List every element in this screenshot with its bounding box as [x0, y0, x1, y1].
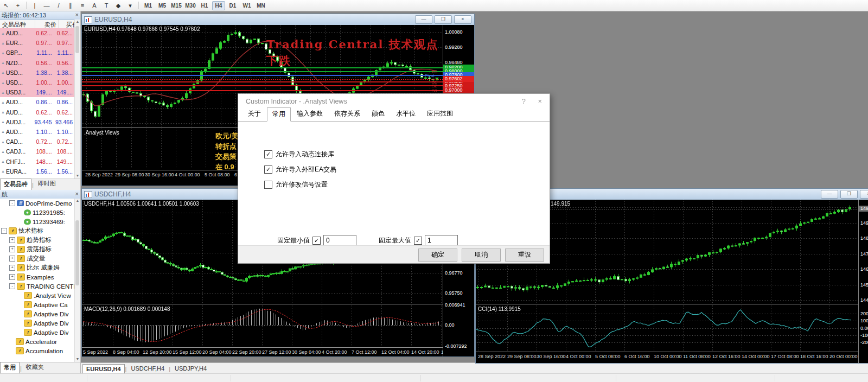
dialog-tab-1[interactable]: 常用 [267, 107, 291, 122]
text-label-icon[interactable]: T [100, 1, 112, 10]
tree-item[interactable]: -fTRADING CENTI [0, 282, 75, 291]
tree-item[interactable]: -≣DooPrime-Demo [0, 199, 75, 208]
checkbox-checked-icon[interactable]: ✓ [264, 165, 272, 174]
shapes-icon[interactable]: ◆ [112, 1, 124, 10]
expand-icon[interactable]: + [9, 237, 15, 243]
tree-item[interactable]: -f技术指标 [0, 226, 75, 235]
pane-divider[interactable] [82, 304, 474, 304]
expand-icon[interactable]: + [9, 265, 15, 271]
tree-item[interactable]: fAdaptive Ca [0, 300, 75, 309]
market-watch-row[interactable]: ▲CHFJ...148....149.... [0, 156, 75, 166]
horizontal-line-icon[interactable]: — [41, 1, 53, 10]
vertical-line-icon[interactable]: | [29, 1, 41, 10]
usdjpy-price-scale[interactable]: 150.000149.000148.000147.000146.000145.0… [858, 200, 868, 363]
expand-icon[interactable]: + [9, 246, 15, 252]
tree-item[interactable]: ●112393469: [0, 217, 75, 226]
market-watch-row[interactable]: ▲EUR...0.97...0.97... [0, 38, 75, 48]
tree-item[interactable]: +f比尔 威廉姆 [0, 263, 75, 272]
scrollbar-thumb[interactable] [75, 220, 79, 285]
tree-item[interactable]: +f成交量 [0, 254, 75, 263]
tree-item[interactable]: fAdaptive Div [0, 328, 75, 337]
tree-item[interactable]: +f趋势指标 [0, 235, 75, 245]
timeframe-w1[interactable]: W1 [240, 1, 253, 10]
expand-icon[interactable]: + [9, 274, 15, 280]
dialog-tab-0[interactable]: 关于 [242, 107, 266, 121]
market-watch-row[interactable]: ▲USDJ...149....149.... [0, 87, 75, 97]
scroll-up-icon[interactable]: ▲ [75, 20, 80, 24]
pane-divider[interactable] [476, 304, 868, 304]
tree-item[interactable]: fAdaptive Div [0, 319, 75, 328]
minimize-icon[interactable]: — [821, 190, 838, 199]
column-symbol[interactable]: 交易品种 [0, 20, 35, 29]
crosshair-icon[interactable]: + [12, 1, 24, 10]
custom-indicator-dialog[interactable]: Custom Indicator - .Analyst Views ? × 关于… [238, 93, 550, 264]
market-watch-row[interactable]: ▲CAD...0.72...0.72... [0, 137, 75, 147]
scrollbar-thumb[interactable] [75, 26, 79, 53]
market-watch-tab-0[interactable]: 交易品种 [0, 179, 31, 190]
navigator-scrollbar[interactable]: ▲ ▼ [74, 199, 80, 362]
fixed-maximum-input[interactable] [425, 235, 458, 246]
timeframe-m1[interactable]: M1 [142, 1, 155, 10]
reset-button[interactable]: 重设 [505, 249, 544, 262]
close-icon[interactable]: × [538, 97, 542, 105]
timeframe-d1[interactable]: D1 [226, 1, 239, 10]
collapse-icon[interactable]: - [9, 283, 15, 289]
restore-icon[interactable]: ❐ [435, 15, 452, 24]
market-watch-row[interactable]: ▲NZD...0.56...0.56... [0, 58, 75, 68]
market-watch-row[interactable]: ▲GBP...1.11...1.11... [0, 48, 75, 58]
minimize-icon[interactable]: — [415, 15, 432, 24]
market-watch-titlebar[interactable]: 场报价: 06:42:13 × [0, 11, 80, 20]
timeframe-m15[interactable]: M15 [170, 1, 183, 10]
tree-item[interactable]: +fExamples [0, 272, 75, 282]
tree-item[interactable]: fAccelerator [0, 337, 75, 346]
usdjpy-time-axis[interactable]: 28 Sep 202229 Sep 08:0030 Sep 16:004 Oct… [476, 352, 858, 361]
fixed-minimum-input[interactable] [323, 235, 356, 246]
trendline-icon[interactable]: / [53, 1, 65, 10]
dialog-tab-3[interactable]: 依存关系 [329, 107, 366, 121]
timeframe-h1[interactable]: H1 [198, 1, 211, 10]
scroll-down-icon[interactable]: ▼ [75, 357, 80, 362]
close-icon[interactable]: × [75, 190, 79, 198]
close-icon[interactable]: × [75, 11, 79, 19]
tree-item[interactable]: ●112391985: [0, 208, 75, 217]
market-watch-row[interactable]: ▲USD...1.38...1.38... [0, 68, 75, 78]
timeframe-m30[interactable]: M30 [184, 1, 197, 10]
timeframe-mn[interactable]: MN [254, 1, 267, 10]
collapse-icon[interactable]: - [9, 200, 15, 206]
dialog-tab-4[interactable]: 颜色 [366, 107, 390, 121]
navigator-tab-0[interactable]: 常用 [0, 362, 20, 373]
navigator-tab-1[interactable]: 收藏夹 [22, 361, 48, 373]
restore-icon[interactable]: ❐ [840, 190, 858, 199]
chart-tab-eurusd-h4[interactable]: EURUSD,H4 [82, 364, 125, 374]
column-bid[interactable]: 卖价 [35, 20, 59, 29]
ok-button[interactable]: 确定 [418, 249, 457, 262]
tree-item[interactable]: f.Analyst View [0, 291, 75, 300]
usdchf-time-axis[interactable]: 5 Sep 20228 Sep 04:0012 Sep 20:0015 Sep … [82, 348, 443, 356]
dialog-tab-6[interactable]: 应用范围 [422, 107, 458, 121]
market-watch-tab-1[interactable]: 即时图 [34, 178, 60, 190]
cursor-icon[interactable]: ↖ [0, 1, 12, 10]
expand-icon[interactable]: + [9, 256, 15, 262]
eurusd-titlebar[interactable]: EURUSD,H4 — ❐ × [82, 14, 474, 26]
channel-icon[interactable]: ∥ [65, 1, 76, 10]
timeframe-h4[interactable]: H4 [212, 1, 225, 10]
fixed-minimum-checkbox[interactable]: ✓ [312, 237, 321, 245]
fibonacci-icon[interactable]: ≡ [76, 1, 88, 10]
cancel-button[interactable]: 取消 [462, 249, 501, 262]
tree-item[interactable]: fAccumulation [0, 346, 75, 355]
close-icon[interactable]: × [860, 190, 868, 199]
dialog-tab-5[interactable]: 水平位 [391, 107, 421, 121]
market-watch-row[interactable]: ▲AUD...0.86...0.86... [0, 97, 75, 107]
market-watch-row[interactable]: ▲EURA...1.56...1.56... [0, 167, 75, 176]
market-watch-row[interactable]: ▲AUD...0.62...0.62... [0, 107, 75, 117]
cci-subwindow[interactable] [476, 305, 858, 351]
market-watch-scrollbar[interactable]: ▲ ▼ [74, 20, 80, 179]
market-watch-row[interactable]: ▲AUD...1.10...1.10... [0, 127, 75, 137]
market-watch-row[interactable]: ▲CADJ...108....108.... [0, 147, 75, 156]
market-watch-row[interactable]: ▲AUD...0.62...0.62... [0, 28, 75, 38]
market-watch-row[interactable]: ▲USD...1.00...1.00... [0, 78, 75, 87]
text-icon[interactable]: A [88, 1, 100, 10]
tree-item[interactable]: +f震荡指标 [0, 245, 75, 254]
checkbox-checked-icon[interactable]: ✓ [264, 150, 272, 158]
dropdown-caret-icon[interactable]: ▾ [124, 1, 136, 10]
